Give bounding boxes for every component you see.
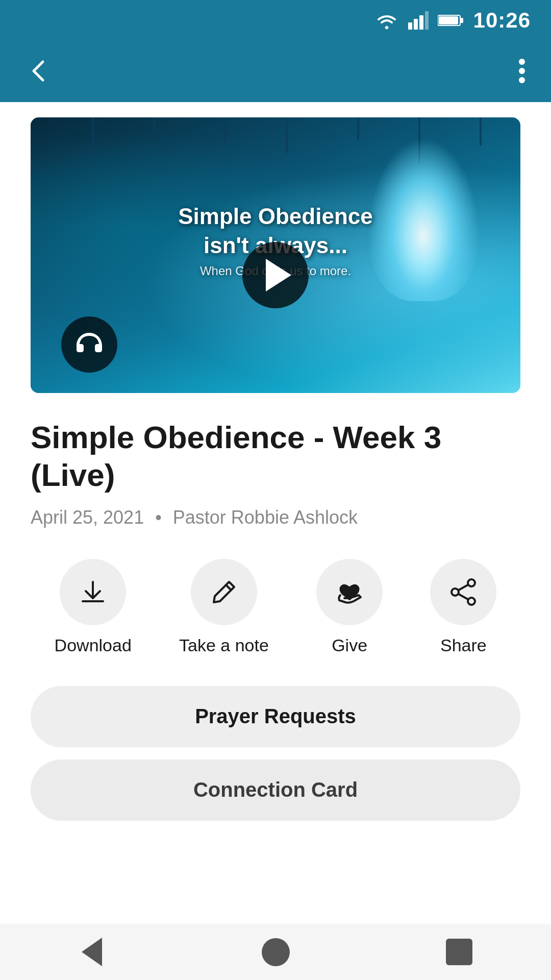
share-button[interactable] [430,559,496,625]
share-action[interactable]: Share [430,559,496,655]
svg-point-9 [519,77,525,83]
svg-point-10 [468,579,475,586]
content-area: Simple Obedience - Week 3 (Live) April 2… [0,393,551,821]
stem-3 [224,117,227,143]
back-button[interactable] [20,53,57,91]
take-a-note-button[interactable] [191,559,257,625]
sermon-pastor: Pastor Robbie Ashlock [173,507,358,528]
stem-7 [480,117,482,145]
give-button[interactable] [316,559,383,625]
give-label: Give [332,635,367,655]
more-options-button[interactable] [513,53,531,91]
svg-rect-3 [425,11,429,30]
give-icon [335,578,364,606]
app-bar [0,41,551,102]
stem-1 [92,117,94,158]
svg-point-11 [468,598,475,605]
sermon-meta: April 25, 2021 • Pastor Robbie Ashlock [31,507,520,528]
glowing-bulb [367,138,480,301]
svg-rect-0 [408,22,412,30]
video-thumbnail: Simple Obedience isn't always... When Go… [31,117,520,393]
svg-rect-2 [419,15,423,30]
connection-card-button[interactable]: Connection Card [31,760,520,821]
headphones-icon [74,331,105,358]
sermon-title: Simple Obedience - Week 3 (Live) [31,419,520,495]
download-label: Download [55,635,132,655]
status-time: 10:26 [473,8,531,33]
nav-home-icon [262,938,290,966]
give-action[interactable]: Give [316,559,383,655]
stem-4 [286,117,288,153]
pencil-icon [210,578,238,606]
take-a-note-label: Take a note [179,635,269,655]
status-icons: 10:26 [374,8,531,33]
signal-icon [408,11,429,30]
download-icon [79,578,107,606]
stem-5 [357,117,359,140]
svg-point-8 [519,68,525,74]
svg-point-12 [452,589,459,596]
take-a-note-action[interactable]: Take a note [179,559,269,655]
svg-rect-6 [439,16,458,24]
nav-back-icon [82,938,102,966]
play-button[interactable] [242,242,309,308]
svg-point-7 [519,59,525,65]
svg-rect-1 [414,19,418,30]
stem-2 [153,117,155,148]
battery-icon [438,13,464,28]
download-button[interactable] [60,559,126,625]
prayer-requests-button[interactable]: Prayer Requests [31,686,520,747]
status-bar: 10:26 [0,0,551,41]
nav-home-button[interactable] [250,932,301,972]
wifi-icon [374,11,399,30]
dot-separator: • [155,507,162,528]
svg-line-13 [459,585,468,590]
play-triangle-icon [266,259,291,291]
nav-recent-icon [446,939,472,965]
headphones-button[interactable] [61,316,117,373]
nav-recent-button[interactable] [434,932,485,972]
svg-rect-5 [460,18,463,23]
action-buttons-row: Download Take a note Give [31,559,520,655]
nav-back-button[interactable] [66,932,117,972]
sermon-date: April 25, 2021 [31,507,144,528]
svg-line-14 [459,594,468,599]
download-action[interactable]: Download [55,559,132,655]
share-label: Share [440,635,487,655]
share-icon [449,578,478,606]
nav-bar [0,924,551,980]
